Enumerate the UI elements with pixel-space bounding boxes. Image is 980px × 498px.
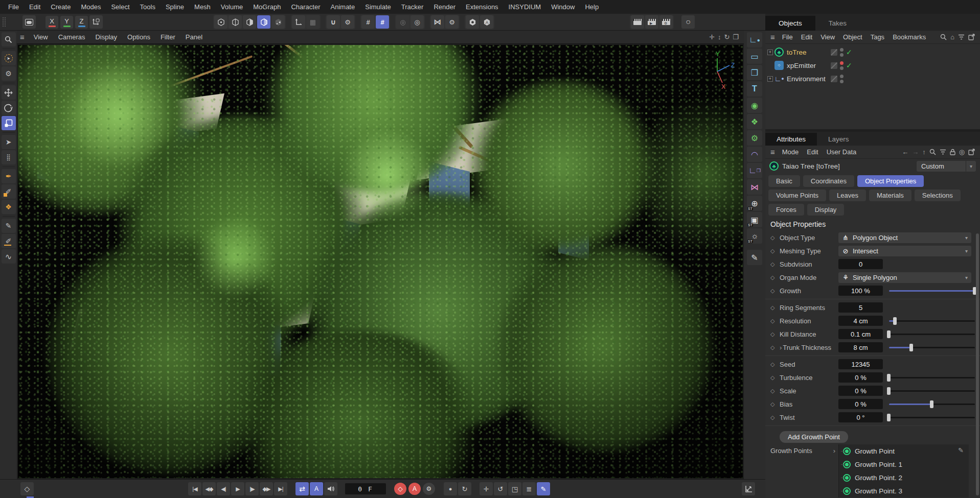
workplane-button[interactable]: ▦	[306, 15, 320, 29]
record-pla-button[interactable]: ✎	[537, 482, 550, 495]
render-visibility-dot[interactable]	[840, 80, 844, 83]
spline-smooth-button[interactable]: ∿	[2, 249, 16, 264]
menu-extensions[interactable]: Extensions	[461, 1, 504, 13]
bias-slider[interactable]	[889, 404, 975, 405]
growth-input[interactable]: 100 %	[838, 286, 883, 296]
symmetry-button[interactable]: ⋈	[431, 15, 444, 29]
coordinate-system-button[interactable]	[89, 15, 103, 29]
trunk-thickness-input[interactable]: 8 cm	[838, 342, 883, 352]
dolly-icon[interactable]: ↕	[718, 33, 721, 41]
texture-mode-button[interactable]	[271, 15, 285, 29]
object-row-xpemitter[interactable]: ⁘ xpEmitter ✓	[765, 59, 980, 72]
object-row-environment[interactable]: + ∟● Environment	[765, 72, 980, 85]
menu-window[interactable]: Window	[546, 1, 580, 13]
tweak-tool-button[interactable]: ⚙	[2, 66, 16, 81]
sketch-pen-button[interactable]: ✐	[2, 184, 16, 199]
model-mode-button[interactable]	[257, 15, 270, 29]
menu-modes[interactable]: Modes	[76, 1, 106, 13]
object-name[interactable]: toTree	[787, 49, 807, 56]
current-frame-field[interactable]: 0 F	[345, 483, 386, 494]
menu-tracker[interactable]: Tracker	[396, 1, 429, 13]
keyframe-bar-button[interactable]: ◇	[20, 482, 34, 495]
menu-animate[interactable]: Animate	[326, 1, 360, 13]
material-edit-icon[interactable]: ✎	[747, 250, 762, 265]
next-key-button[interactable]: ◆▶	[260, 482, 273, 495]
twist-input[interactable]: 0 °	[838, 412, 883, 422]
record-parameter-button[interactable]: ≣	[522, 482, 536, 495]
tab-objects[interactable]: Objects	[765, 16, 815, 31]
auto-mode-hex-button[interactable]: A	[480, 15, 493, 29]
object-name[interactable]: Environment	[787, 75, 826, 83]
viewport-menu-display[interactable]: Display	[90, 31, 122, 43]
resolution-slider[interactable]	[889, 320, 975, 322]
transfer-tool-button[interactable]: ➤	[2, 135, 16, 149]
resolution-input[interactable]: 4 cm	[838, 316, 883, 326]
keyframe-diamond-icon[interactable]: ◇	[770, 234, 780, 241]
voxel-blocks-icon[interactable]: ❖	[747, 114, 762, 129]
keyframe-diamond-icon[interactable]: ◇	[770, 331, 780, 338]
text-object-icon[interactable]: T	[747, 81, 762, 97]
om-menu-view[interactable]: View	[816, 32, 839, 42]
keyframe-diamond-icon[interactable]: ◇	[770, 274, 780, 281]
subdivision-input[interactable]: 0	[838, 259, 883, 269]
keying-settings-button[interactable]: ⚙	[423, 483, 435, 495]
keyframe-diamond-icon[interactable]: ◇	[770, 248, 780, 254]
render-picture-viewer-button[interactable]: ▶	[645, 15, 658, 29]
filter-icon[interactable]	[958, 34, 965, 40]
viewport-menu-options[interactable]: Options	[122, 31, 155, 43]
expand-icon[interactable]: +	[767, 76, 773, 82]
render-settings-button[interactable]: ⚙	[659, 15, 673, 29]
spline-pen-button[interactable]: ✒	[2, 169, 16, 183]
keyframe-diamond-icon[interactable]: ◇	[770, 374, 780, 381]
layer-chip[interactable]	[831, 62, 837, 69]
chip-display[interactable]: Display	[807, 204, 845, 216]
menu-select[interactable]: Select	[106, 1, 134, 13]
expander-chevron-icon[interactable]: ›	[780, 344, 782, 351]
keyframe-diamond-icon[interactable]: ◇	[770, 414, 780, 421]
om-menu-tags[interactable]: Tags	[867, 32, 888, 42]
play-button[interactable]: ▶	[231, 482, 244, 495]
keyframe-diamond-icon[interactable]: ◇	[770, 388, 780, 394]
menu-edit[interactable]: Edit	[24, 1, 45, 13]
keyframe-diamond-icon[interactable]: ◇	[770, 318, 780, 324]
keyframe-diamond-icon[interactable]: ◇	[770, 344, 780, 351]
brush-tool-button[interactable]: ✎	[2, 219, 16, 233]
point-mode-button[interactable]	[214, 15, 227, 29]
meshing-type-dropdown[interactable]: ⊘ Intersect ▾	[838, 246, 971, 256]
gear-target-button[interactable]: ◎	[411, 15, 424, 29]
kill-distance-slider[interactable]	[889, 334, 975, 335]
menu-character[interactable]: Character	[286, 1, 325, 13]
trunk-thickness-slider[interactable]	[889, 347, 975, 348]
keyframe-diamond-icon[interactable]: ◇	[770, 361, 780, 368]
null-object-icon[interactable]: ∟●	[747, 32, 762, 48]
chip-coordinates[interactable]: Coordinates	[803, 175, 854, 187]
attr-hamburger-icon[interactable]: ≡	[769, 148, 778, 156]
x-axis-lock-button[interactable]: X	[45, 16, 58, 29]
attributes-scrollbar[interactable]	[976, 233, 979, 495]
chip-leaves[interactable]: Leaves	[829, 189, 866, 201]
menu-help[interactable]: Help	[580, 1, 604, 13]
enabled-check-icon[interactable]: ✓	[846, 48, 853, 56]
previous-key-button[interactable]: ◀◆	[202, 482, 216, 495]
om-hamburger-icon[interactable]: ≡	[769, 33, 778, 41]
growth-point-item[interactable]: Growth Point. 2	[843, 471, 969, 484]
add-growth-point-button[interactable]: Add Growth Point	[780, 431, 848, 443]
light-object-icon[interactable]: ☼ST	[747, 228, 762, 244]
viewport-menu-view[interactable]: View	[29, 31, 53, 43]
interactive-render-button[interactable]: ○	[681, 15, 695, 29]
kill-distance-input[interactable]: 0.1 cm	[838, 329, 883, 339]
chip-object-properties[interactable]: Object Properties	[857, 175, 924, 187]
viewport-target-button[interactable]: ◎	[396, 15, 409, 29]
toolbar-drag-handle[interactable]	[2, 17, 6, 27]
cloner-icon[interactable]: ◉	[747, 98, 762, 113]
orbit-icon[interactable]: ↻	[724, 33, 730, 41]
pan-hand-icon[interactable]: ✛	[709, 33, 715, 41]
render-visibility-dot[interactable]	[840, 53, 844, 57]
twist-slider[interactable]	[889, 417, 975, 418]
sky-object-icon[interactable]: ⊕ST	[747, 196, 762, 211]
history-forward-icon[interactable]: →	[912, 148, 919, 156]
layer-chip[interactable]	[831, 76, 837, 82]
camera-object-icon[interactable]: ▣ST	[747, 212, 762, 227]
menu-file[interactable]: File	[3, 1, 24, 13]
solo-hex-button[interactable]	[466, 15, 479, 29]
